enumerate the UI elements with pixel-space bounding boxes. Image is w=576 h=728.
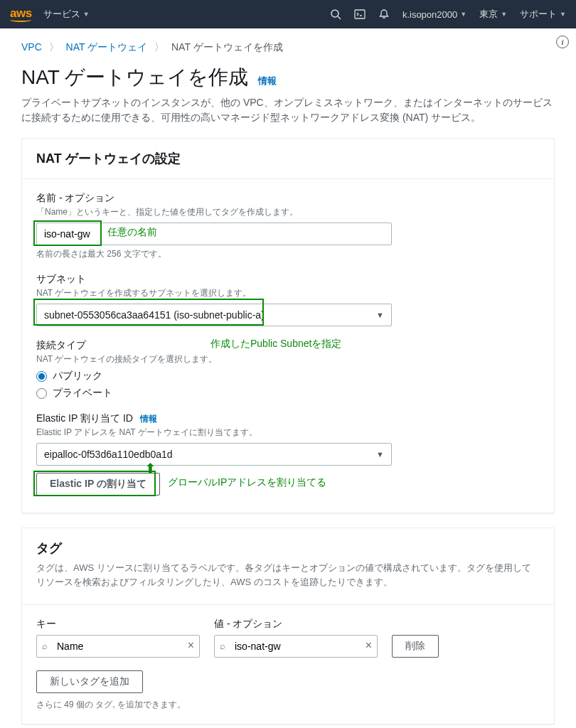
notifications-icon[interactable] xyxy=(378,9,390,20)
settings-panel: NAT ゲートウェイの設定 名前 - オプション 「Name」というキーと、指定… xyxy=(21,138,555,513)
tags-header: タグ xyxy=(36,540,540,557)
allocate-eip-button[interactable]: Elastic IP の割り当て xyxy=(36,473,160,496)
chevron-down-icon: ▼ xyxy=(376,450,384,459)
top-navigation: aws サービス▼ k.isopon2000▼ 東京▼ サポート▼ xyxy=(0,0,576,28)
name-note: 名前の長さは最大 256 文字です。 xyxy=(36,248,540,260)
services-menu[interactable]: サービス▼ xyxy=(43,8,90,21)
tag-value-label: 値 - オプション xyxy=(214,618,378,631)
name-label: 名前 - オプション xyxy=(36,192,540,205)
cloudshell-icon[interactable] xyxy=(354,9,366,20)
page-title: NAT ゲートウェイを作成 情報 xyxy=(21,64,555,91)
chevron-down-icon: ▼ xyxy=(376,311,384,319)
conn-private-label: プライベート xyxy=(53,387,112,400)
annotation-subnet: 作成したPublic Subnetを指定 xyxy=(210,338,341,350)
aws-logo[interactable]: aws xyxy=(10,6,32,22)
subnet-select[interactable]: subnet-0553056ca3aa64151 (iso-subnet-pub… xyxy=(36,304,392,326)
tags-desc: タグは、AWS リソースに割り当てるラベルです。各タグはキーとオプションの値で構… xyxy=(36,561,540,589)
user-menu[interactable]: k.isopon2000▼ xyxy=(402,9,466,20)
tag-value-input[interactable] xyxy=(214,635,378,658)
svg-rect-2 xyxy=(355,10,365,18)
settings-header: NAT ゲートウェイの設定 xyxy=(36,150,540,167)
eip-info-link[interactable]: 情報 xyxy=(140,414,157,424)
clear-icon[interactable]: × xyxy=(188,639,194,652)
add-tag-button[interactable]: 新しいタグを追加 xyxy=(36,670,143,693)
search-icon: ⌕ xyxy=(220,641,225,651)
clear-icon[interactable]: × xyxy=(366,639,372,652)
breadcrumb-current: NAT ゲートウェイを作成 xyxy=(171,41,283,53)
name-input[interactable] xyxy=(36,223,392,245)
svg-point-0 xyxy=(331,10,338,17)
eip-label: Elastic IP 割り当て ID 情報 xyxy=(36,412,540,425)
subnet-hint: NAT ゲートウェイを作成するサブネットを選択します。 xyxy=(36,287,540,299)
subnet-label: サブネット xyxy=(36,273,540,286)
annotation-name: 任意の名前 xyxy=(107,226,157,239)
page-description: プライベートサブネットのインスタンスが、他の VPC、オンプレミスネットワーク、… xyxy=(21,95,555,125)
svg-line-1 xyxy=(338,16,341,19)
search-icon: ⌕ xyxy=(42,641,48,651)
annotation-eip: グローバルIPアドレスを割り当てる xyxy=(168,476,326,489)
conn-public-radio[interactable] xyxy=(36,371,47,382)
conn-public-label: パブリック xyxy=(53,370,102,382)
search-icon[interactable] xyxy=(330,9,341,20)
breadcrumb: VPC 〉 NAT ゲートウェイ 〉 NAT ゲートウェイを作成 xyxy=(21,41,555,54)
eip-select[interactable]: eipalloc-0f53d6a110edb0a1d ▼ xyxy=(36,443,392,466)
conn-hint: NAT ゲートウェイの接続タイプを選択します。 xyxy=(36,353,540,365)
tags-panel: タグ タグは、AWS リソースに割り当てるラベルです。各タグはキーとオプションの… xyxy=(21,528,555,724)
eip-hint: Elastic IP アドレスを NAT ゲートウェイに割り当てます。 xyxy=(36,427,540,439)
delete-tag-button[interactable]: 削除 xyxy=(392,635,439,658)
breadcrumb-vpc[interactable]: VPC xyxy=(21,41,42,53)
region-menu[interactable]: 東京▼ xyxy=(479,8,507,21)
name-hint: 「Name」というキーと、指定した値を使用してタグを作成します。 xyxy=(36,206,540,218)
breadcrumb-natgw[interactable]: NAT ゲートウェイ xyxy=(66,41,148,53)
support-menu[interactable]: サポート▼ xyxy=(520,8,566,21)
conn-private-radio[interactable] xyxy=(36,388,47,399)
page-info-link[interactable]: 情報 xyxy=(258,75,277,86)
tags-remaining: さらに 49 個の タグ, を追加できます。 xyxy=(36,699,540,711)
tag-key-label: キー xyxy=(36,618,200,631)
main-content: VPC 〉 NAT ゲートウェイ 〉 NAT ゲートウェイを作成 NAT ゲート… xyxy=(0,28,576,728)
tag-key-input[interactable] xyxy=(36,635,200,658)
